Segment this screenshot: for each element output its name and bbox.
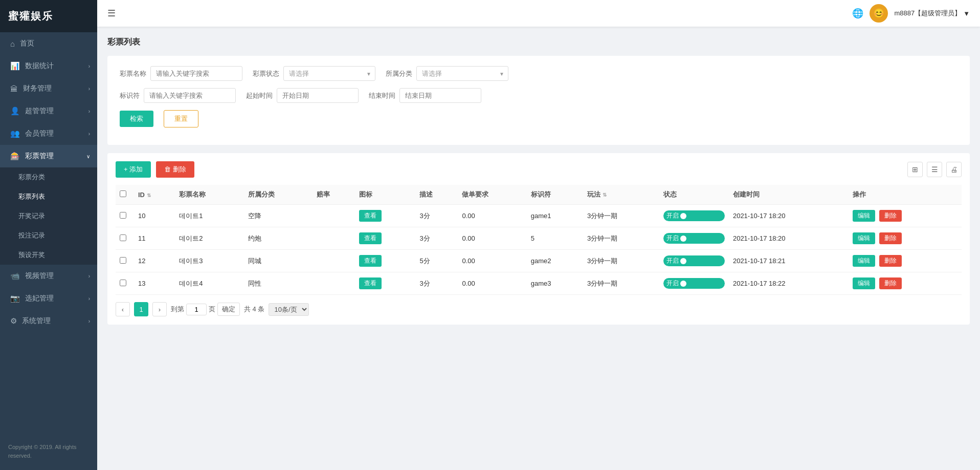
row-id-2: 12 [134, 250, 175, 272]
status-label-2: 开启 [666, 257, 679, 265]
delete-button-1[interactable]: 删除 [879, 232, 902, 244]
sidebar-item-data-stats[interactable]: 📊 数据统计 › [0, 55, 97, 77]
sidebar-item-finance-label: 财务管理 [23, 84, 52, 93]
start-time-input[interactable] [277, 88, 359, 103]
sidebar-item-lottery-category[interactable]: 彩票分类 [0, 167, 97, 187]
list-view-button[interactable]: ☰ [927, 162, 942, 177]
sidebar-item-system[interactable]: ⚙ 系统管理 › [0, 310, 97, 332]
row-id-1: 11 [134, 227, 175, 250]
status-toggle-1[interactable]: 开启 [663, 233, 725, 244]
edit-button-3[interactable]: 编辑 [853, 277, 875, 289]
sidebar-item-draw-records[interactable]: 开奖记录 [0, 206, 97, 226]
row-odds-0 [313, 205, 355, 227]
lottery-name-input[interactable] [150, 66, 242, 81]
row-status-2: 开启 [659, 250, 729, 272]
user-info[interactable]: m8887【超级管理员】 ▼ [894, 9, 970, 18]
copyright-text: Copyright © 2019. All rights reserved. [8, 444, 76, 459]
lottery-status-select[interactable]: 请选择 开启 关闭 [283, 66, 375, 81]
delete-button-0[interactable]: 删除 [879, 210, 902, 222]
lottery-name-label: 彩票名称 [120, 69, 146, 78]
view-icon-button-2[interactable]: 查看 [359, 255, 382, 267]
end-time-field: 结束时间 [369, 88, 481, 103]
add-button[interactable]: + 添加 [116, 161, 151, 178]
row-play-1: 3分钟一期 [583, 227, 659, 250]
lottery-status-select-wrapper: 请选择 开启 关闭 [283, 66, 375, 81]
chevron-right-icon-2: › [88, 86, 90, 92]
row-checkbox-cell [116, 272, 134, 295]
hamburger-button[interactable]: ☰ [107, 8, 116, 19]
page-1-button[interactable]: 1 [134, 302, 148, 316]
row-desc-0: 3分 [415, 205, 458, 227]
row-created-3: 2021-10-17 18:22 [729, 272, 849, 295]
sidebar-item-lottery-list[interactable]: 彩票列表 [0, 187, 97, 206]
select-all-checkbox[interactable] [120, 190, 126, 197]
page-title: 彩票列表 [107, 37, 970, 48]
row-checkbox-1[interactable] [120, 234, 126, 241]
view-icon-button-1[interactable]: 查看 [359, 232, 382, 244]
status-toggle-0[interactable]: 开启 [663, 210, 725, 221]
header-desc: 描述 [415, 185, 458, 205]
sidebar-item-super-admin[interactable]: 👤 超管管理 › [0, 100, 97, 122]
status-toggle-3[interactable]: 开启 [663, 278, 725, 289]
sidebar-item-video[interactable]: 📹 视频管理 › [0, 265, 97, 287]
prev-page-button[interactable]: ‹ [116, 302, 130, 316]
batch-delete-button[interactable]: 🗑 删除 [156, 161, 194, 178]
category-select[interactable]: 请选择 空降 约炮 同城 同性 [416, 66, 508, 81]
search-button[interactable]: 检索 [120, 111, 153, 127]
row-play-3: 3分钟一期 [583, 272, 659, 295]
globe-icon[interactable]: 🌐 [852, 8, 863, 19]
end-time-input[interactable] [399, 88, 481, 103]
row-desc-2: 5分 [415, 250, 458, 272]
row-identifier-0: game1 [527, 205, 583, 227]
header-odds: 赔率 [313, 185, 355, 205]
header: ☰ 🌐 😊 m8887【超级管理员】 ▼ [97, 0, 980, 27]
search-panel: 彩票名称 彩票状态 请选择 开启 关闭 所属分类 [107, 56, 970, 145]
sidebar-item-finance[interactable]: 🏛 财务管理 › [0, 77, 97, 100]
page-goto-input[interactable] [186, 304, 207, 315]
header-play: 玩法 ⇅ [583, 185, 659, 205]
row-checkbox-0[interactable] [120, 212, 126, 219]
sidebar-item-member[interactable]: 👥 会员管理 › [0, 122, 97, 145]
edit-button-2[interactable]: 编辑 [853, 255, 875, 267]
video-icon: 📹 [10, 271, 20, 281]
per-page-select[interactable]: 10条/页 20条/页 50条/页 [269, 303, 309, 316]
row-checkbox-cell [116, 250, 134, 272]
member-icon: 👥 [10, 129, 20, 138]
view-icon-button-3[interactable]: 查看 [359, 277, 382, 289]
user-dropdown-icon: ▼ [963, 10, 970, 17]
pagination: ‹ 1 › 到第 页 确定 共 4 条 10条/页 20条/页 50条/页 [116, 302, 962, 316]
identifier-input[interactable] [144, 88, 236, 103]
row-actions-1: 编辑 删除 [849, 227, 962, 250]
print-button[interactable]: 🖨 [946, 162, 962, 177]
sidebar-item-bet-records[interactable]: 投注记录 [0, 226, 97, 245]
delete-button-2[interactable]: 删除 [879, 255, 902, 267]
edit-button-1[interactable]: 编辑 [853, 232, 875, 244]
row-id-0: 10 [134, 205, 175, 227]
row-odds-1 [313, 227, 355, 250]
avatar[interactable]: 😊 [870, 4, 888, 23]
edit-button-0[interactable]: 编辑 [853, 210, 875, 222]
footer-copyright: Copyright © 2019. All rights reserved. [0, 434, 97, 470]
view-icon-button-0[interactable]: 查看 [359, 210, 382, 222]
end-time-label: 结束时间 [369, 91, 395, 100]
sidebar-item-lottery[interactable]: 🎰 彩票管理 ∨ [0, 145, 97, 167]
row-checkbox-3[interactable] [120, 280, 126, 286]
table-actions-right: ⊞ ☰ 🖨 [907, 162, 962, 177]
toggle-dot-2 [680, 258, 686, 264]
chevron-down-icon: ∨ [86, 154, 90, 159]
total-count: 共 4 条 [244, 305, 264, 314]
sidebar-item-home[interactable]: ⌂ 首页 [0, 32, 97, 55]
reset-button[interactable]: 重置 [164, 110, 198, 127]
row-category-2: 同城 [244, 250, 313, 272]
grid-view-button[interactable]: ⊞ [907, 162, 923, 177]
page-confirm-button[interactable]: 确定 [217, 303, 240, 316]
row-status-3: 开启 [659, 272, 729, 295]
row-checkbox-2[interactable] [120, 257, 126, 264]
sidebar-item-recording[interactable]: 📷 选妃管理 › [0, 287, 97, 310]
sidebar-item-preset-prize[interactable]: 预设开奖 [0, 245, 97, 265]
chevron-right-icon-7: › [88, 318, 90, 324]
table-body: 10 데이트1 空降 查看 3分 0.00 game1 3分钟一期 开启 202… [116, 205, 962, 295]
next-page-button[interactable]: › [152, 302, 167, 316]
status-toggle-2[interactable]: 开启 [663, 255, 725, 266]
delete-button-3[interactable]: 删除 [879, 277, 902, 289]
